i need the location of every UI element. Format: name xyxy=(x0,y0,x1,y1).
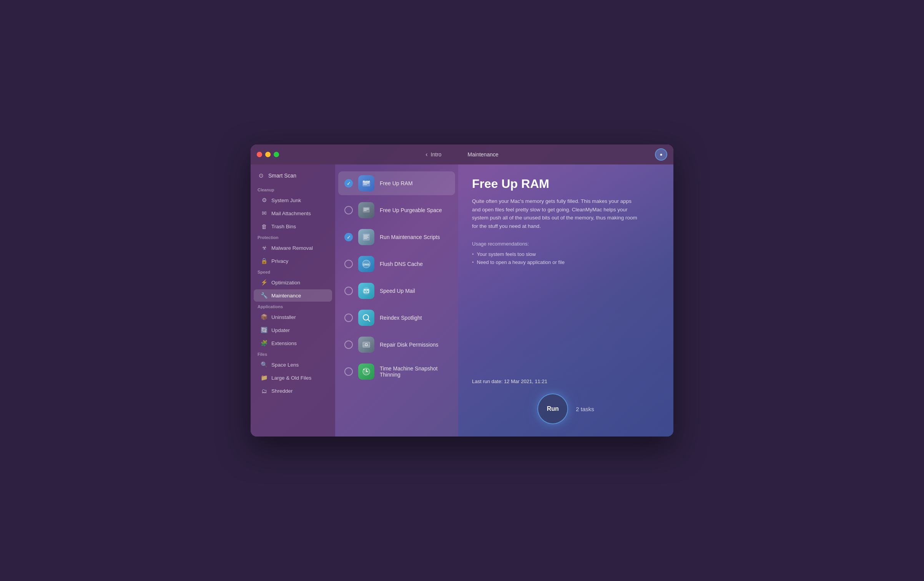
task-check-speed-up-mail[interactable] xyxy=(344,287,353,295)
sidebar-label-mail-attachments: Mail Attachments xyxy=(271,211,311,216)
svg-text:RAM: RAM xyxy=(363,180,370,183)
svg-rect-12 xyxy=(364,237,369,238)
sidebar-item-shredder[interactable]: 🗂 Shredder xyxy=(254,385,332,397)
task-item-free-up-ram[interactable]: ✓ RAM Free Up RAM xyxy=(338,171,455,195)
usage-item-1: Your system feels too slow xyxy=(472,251,660,257)
section-label-protection: Protection xyxy=(251,233,335,241)
task-item-free-up-purgeable[interactable]: Free Up Purgeable Space xyxy=(338,198,455,222)
sidebar-item-space-lens[interactable]: 🔍 Space Lens xyxy=(254,359,332,371)
sidebar-item-system-junk[interactable]: ⚙ System Junk xyxy=(254,194,332,206)
section-label-files: Files xyxy=(251,350,335,358)
back-label[interactable]: Intro xyxy=(431,151,442,158)
app-window: ‹ Intro Maintenance ● ⊙ Smart Scan Clean… xyxy=(251,144,673,437)
svg-point-16 xyxy=(362,287,370,295)
sidebar-item-privacy[interactable]: 🔒 Privacy xyxy=(254,255,332,267)
task-icon-disk xyxy=(358,337,374,353)
task-check-reindex-spotlight[interactable] xyxy=(344,314,353,322)
sidebar: ⊙ Smart Scan Cleanup ⚙ System Junk ✉ Mai… xyxy=(251,164,335,437)
sidebar-item-maintenance[interactable]: 🔧 Maintenance xyxy=(254,289,332,302)
privacy-icon: 🔒 xyxy=(261,257,268,264)
sidebar-label-uninstaller: Uninstaller xyxy=(271,314,296,320)
trash-bins-icon: 🗑 xyxy=(261,223,268,230)
sidebar-label-space-lens: Space Lens xyxy=(271,362,299,368)
task-item-reindex-spotlight[interactable]: Reindex Spotlight xyxy=(338,306,455,330)
smart-scan-icon: ⊙ xyxy=(258,172,264,179)
sidebar-item-updater[interactable]: 🔄 Updater xyxy=(254,324,332,336)
task-check-free-up-purgeable[interactable] xyxy=(344,206,353,214)
task-label-reindex-spotlight: Reindex Spotlight xyxy=(380,315,422,321)
svg-line-19 xyxy=(368,319,370,321)
sidebar-label-shredder: Shredder xyxy=(271,388,293,394)
sidebar-label-privacy: Privacy xyxy=(271,258,288,264)
traffic-lights xyxy=(257,152,279,157)
task-label-repair-disk: Repair Disk Permissions xyxy=(380,342,438,348)
titlebar-right: ● xyxy=(655,148,667,161)
task-icon-ram: RAM xyxy=(358,175,374,191)
task-list-panel: ✓ RAM Free Up RAM xyxy=(335,164,458,437)
sidebar-item-mail-attachments[interactable]: ✉ Mail Attachments xyxy=(254,207,332,219)
section-label-speed: Speed xyxy=(251,267,335,276)
updater-icon: 🔄 xyxy=(261,327,268,334)
usage-label: Usage recommendations: xyxy=(472,241,660,247)
task-label-maintenance-scripts: Run Maintenance Scripts xyxy=(380,234,440,240)
task-check-repair-disk[interactable] xyxy=(344,340,353,349)
svg-rect-20 xyxy=(363,342,370,347)
task-item-repair-disk[interactable]: Repair Disk Permissions xyxy=(338,333,455,357)
svg-rect-8 xyxy=(364,210,367,211)
detail-footer: Last run date: 12 Mar 2021, 11:21 Run 2 … xyxy=(472,378,660,424)
sidebar-label-updater: Updater xyxy=(271,327,290,333)
svg-rect-7 xyxy=(364,209,369,210)
task-check-maintenance-scripts[interactable]: ✓ xyxy=(344,233,353,241)
svg-text:DNS: DNS xyxy=(363,263,370,266)
task-icon-spotlight xyxy=(358,310,374,326)
maximize-button[interactable] xyxy=(274,152,279,157)
sidebar-item-smart-scan[interactable]: ⊙ Smart Scan xyxy=(251,169,335,182)
maintenance-icon: 🔧 xyxy=(261,292,268,299)
task-icon-mail xyxy=(358,283,374,299)
task-check-flush-dns[interactable] xyxy=(344,260,353,268)
last-run-info: Last run date: 12 Mar 2021, 11:21 xyxy=(472,378,547,384)
close-button[interactable] xyxy=(257,152,262,157)
svg-rect-6 xyxy=(364,208,369,209)
sidebar-item-large-old-files[interactable]: 📁 Large & Old Files xyxy=(254,372,332,384)
detail-title: Free Up RAM xyxy=(472,177,660,191)
minimize-button[interactable] xyxy=(265,152,271,157)
optimization-icon: ⚡ xyxy=(261,279,268,286)
space-lens-icon: 🔍 xyxy=(261,361,268,368)
task-icon-dns: DNS xyxy=(358,256,374,272)
large-old-files-icon: 📁 xyxy=(261,374,268,381)
task-item-time-machine[interactable]: Time Machine Snapshot Thinning xyxy=(338,360,455,383)
task-label-speed-up-mail: Speed Up Mail xyxy=(380,288,415,294)
mail-attachments-icon: ✉ xyxy=(261,210,268,217)
task-item-maintenance-scripts[interactable]: ✓ Run Maintenance Scripts xyxy=(338,225,455,249)
run-button[interactable]: Run xyxy=(537,393,568,424)
svg-rect-10 xyxy=(364,235,369,236)
system-junk-icon: ⚙ xyxy=(261,197,268,204)
task-icon-scripts xyxy=(358,229,374,245)
sidebar-item-extensions[interactable]: 🧩 Extensions xyxy=(254,337,332,349)
sidebar-item-trash-bins[interactable]: 🗑 Trash Bins xyxy=(254,220,332,232)
section-label-applications: Applications xyxy=(251,302,335,310)
sidebar-label-trash-bins: Trash Bins xyxy=(271,224,296,229)
section-label-cleanup: Cleanup xyxy=(251,185,335,194)
task-item-speed-up-mail[interactable]: Speed Up Mail xyxy=(338,279,455,303)
last-run-label: Last run date: xyxy=(472,378,503,384)
back-arrow-icon[interactable]: ‹ xyxy=(425,151,427,158)
svg-rect-3 xyxy=(363,184,367,185)
task-check-free-up-ram[interactable]: ✓ xyxy=(344,179,353,188)
sidebar-item-optimization[interactable]: ⚡ Optimization xyxy=(254,276,332,289)
run-area: Run 2 tasks xyxy=(537,393,594,424)
last-run-value: 12 Mar 2021, 11:21 xyxy=(504,378,547,384)
task-item-flush-dns[interactable]: DNS Flush DNS Cache xyxy=(338,252,455,276)
task-check-time-machine[interactable] xyxy=(344,367,353,376)
sidebar-item-malware-removal[interactable]: ☣ Malware Removal xyxy=(254,242,332,254)
task-icon-timemachine xyxy=(358,364,374,380)
task-label-free-up-ram: Free Up RAM xyxy=(380,180,413,186)
smart-scan-label: Smart Scan xyxy=(268,173,296,179)
titlebar-title: Maintenance xyxy=(468,151,499,158)
sidebar-item-uninstaller[interactable]: 📦 Uninstaller xyxy=(254,311,332,323)
avatar-button[interactable]: ● xyxy=(655,148,667,161)
titlebar: ‹ Intro Maintenance ● xyxy=(251,144,673,164)
task-label-flush-dns: Flush DNS Cache xyxy=(380,261,423,267)
uninstaller-icon: 📦 xyxy=(261,314,268,320)
